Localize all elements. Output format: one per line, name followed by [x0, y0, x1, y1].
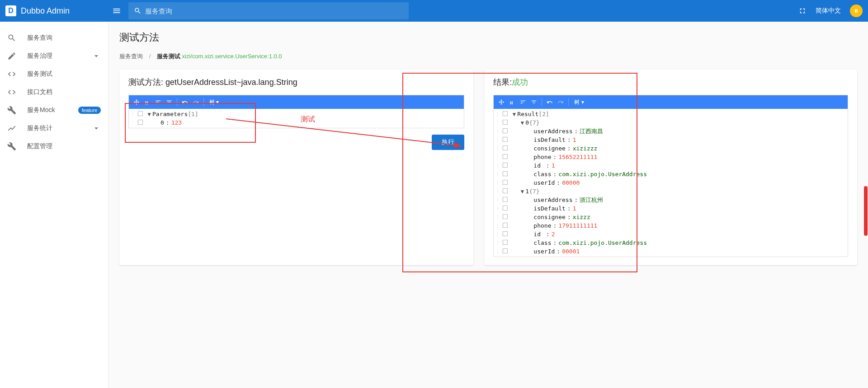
- checkbox[interactable]: [503, 205, 509, 212]
- tree-row[interactable]: ⋮⋮consignee:xizizzz: [494, 144, 848, 153]
- checkbox[interactable]: [503, 248, 509, 255]
- drag-handle-icon[interactable]: ⋮⋮: [495, 206, 501, 211]
- page-title: 测试方法: [119, 31, 857, 44]
- tree-row[interactable]: ⋮⋮id :2: [494, 230, 848, 238]
- tree-row[interactable]: ⋮⋮consignee:xizzz: [494, 213, 848, 221]
- avatar[interactable]: [850, 5, 863, 17]
- sidebar-item-5[interactable]: 服务统计: [0, 119, 108, 137]
- checkbox[interactable]: [503, 179, 509, 186]
- checkbox[interactable]: [503, 145, 509, 152]
- checkbox[interactable]: [503, 136, 509, 143]
- language-selector[interactable]: 简体中文: [816, 7, 841, 15]
- tree-row[interactable]: ⋮⋮phone:17911111111: [494, 221, 848, 230]
- tree-value: {7}: [529, 119, 539, 126]
- collapse-all-icon[interactable]: [142, 97, 152, 107]
- drag-handle-icon[interactable]: ⋮⋮: [495, 112, 501, 117]
- sidebar-item-6[interactable]: 配置管理: [0, 137, 108, 155]
- topbar-right: 简体中文: [798, 5, 863, 17]
- params-editor: 树 ▾ ⋮⋮▼Parameters [1]⋮⋮0:123: [128, 95, 464, 128]
- scrollbar-thumb[interactable]: [864, 186, 868, 236]
- tree-row[interactable]: ⋮⋮userId:00000: [494, 178, 848, 187]
- sidebar-item-1[interactable]: 服务治理: [0, 47, 108, 65]
- sidebar-item-2[interactable]: 服务测试: [0, 65, 108, 83]
- checkbox[interactable]: [503, 188, 509, 195]
- tree-row[interactable]: ⋮⋮isDefault:1: [494, 136, 848, 144]
- collapse-all-icon[interactable]: [507, 97, 517, 107]
- tree-key: class: [533, 239, 551, 246]
- tree-row[interactable]: ⋮⋮userId:00001: [494, 247, 848, 256]
- tree-row[interactable]: ⋮⋮class:com.xizi.pojo.UserAddress: [494, 170, 848, 178]
- expand-all-icon[interactable]: [496, 97, 506, 107]
- tree-row[interactable]: ⋮⋮▼0 {7}: [494, 118, 848, 127]
- sort-icon[interactable]: [153, 97, 163, 107]
- caret-icon[interactable]: ▼: [146, 111, 152, 117]
- checkbox[interactable]: [138, 119, 144, 126]
- filter-icon[interactable]: [529, 97, 539, 107]
- drag-handle-icon[interactable]: ⋮⋮: [495, 137, 501, 142]
- tree-row[interactable]: ⋮⋮id :1: [494, 161, 848, 170]
- checkbox[interactable]: [503, 214, 509, 220]
- menu-toggle-icon[interactable]: [108, 3, 125, 19]
- undo-icon[interactable]: [545, 97, 555, 107]
- tree-row[interactable]: ⋮⋮0:123: [129, 118, 464, 127]
- expand-all-icon[interactable]: [132, 97, 142, 107]
- search-box[interactable]: [128, 2, 409, 19]
- drag-handle-icon[interactable]: ⋮⋮: [495, 189, 501, 194]
- caret-icon[interactable]: ▼: [519, 120, 525, 126]
- checkbox[interactable]: [503, 222, 509, 229]
- sidebar-item-3[interactable]: 接口文档: [0, 83, 108, 101]
- drag-handle-icon[interactable]: ⋮⋮: [495, 146, 501, 151]
- tree-row[interactable]: ⋮⋮▼Parameters [1]: [129, 110, 464, 118]
- drag-handle-icon[interactable]: ⋮⋮: [495, 240, 501, 245]
- drag-handle-icon[interactable]: ⋮⋮: [495, 172, 501, 177]
- drag-handle-icon[interactable]: ⋮⋮: [495, 180, 501, 185]
- execute-button[interactable]: 执行: [432, 135, 464, 150]
- checkbox[interactable]: [503, 128, 509, 135]
- tree-row[interactable]: ⋮⋮▼Result [2]: [494, 110, 848, 118]
- mode-selector[interactable]: 树 ▾: [209, 98, 219, 106]
- tree-key: class: [533, 171, 551, 178]
- caret-icon[interactable]: ▼: [519, 188, 525, 195]
- tree-row[interactable]: ⋮⋮userAddress:浙江杭州: [494, 196, 848, 204]
- breadcrumb-root[interactable]: 服务查询: [119, 53, 143, 60]
- fullscreen-icon[interactable]: [798, 7, 807, 15]
- drag-handle-icon[interactable]: ⋮⋮: [495, 249, 501, 254]
- breadcrumb-service[interactable]: xizi/com.xizi.service.UserService:1.0.0: [182, 53, 282, 60]
- tree-row[interactable]: ⋮⋮isDefault:1: [494, 204, 848, 213]
- tree-row[interactable]: ⋮⋮phone:15652211111: [494, 153, 848, 161]
- drag-handle-icon[interactable]: ⋮⋮: [131, 120, 136, 125]
- undo-icon[interactable]: [180, 97, 190, 107]
- tree-value: com.xizi.pojo.UserAddress: [558, 239, 647, 246]
- checkbox[interactable]: [503, 111, 509, 117]
- tree-row[interactable]: ⋮⋮class:com.xizi.pojo.UserAddress: [494, 238, 848, 247]
- drag-handle-icon[interactable]: ⋮⋮: [495, 120, 501, 125]
- checkbox[interactable]: [503, 162, 509, 169]
- sidebar-item-4[interactable]: 服务Mockfeature: [0, 101, 108, 119]
- drag-handle-icon[interactable]: ⋮⋮: [131, 112, 136, 117]
- checkbox[interactable]: [138, 111, 144, 117]
- sort-icon[interactable]: [518, 97, 528, 107]
- checkbox[interactable]: [503, 196, 509, 203]
- checkbox[interactable]: [503, 231, 509, 238]
- drag-handle-icon[interactable]: ⋮⋮: [495, 215, 501, 220]
- drag-handle-icon[interactable]: ⋮⋮: [495, 223, 501, 228]
- checkbox[interactable]: [503, 171, 509, 178]
- tree-row[interactable]: ⋮⋮▼1 {7}: [494, 187, 848, 196]
- drag-handle-icon[interactable]: ⋮⋮: [495, 163, 501, 168]
- drag-handle-icon[interactable]: ⋮⋮: [495, 154, 501, 159]
- tree-row[interactable]: ⋮⋮userAddress:江西南昌: [494, 127, 848, 136]
- checkbox[interactable]: [503, 119, 509, 126]
- drag-handle-icon[interactable]: ⋮⋮: [495, 232, 501, 237]
- mode-selector[interactable]: 树 ▾: [574, 98, 584, 106]
- tree-value: xizizzz: [573, 145, 598, 152]
- checkbox[interactable]: [503, 239, 509, 246]
- sidebar-item-0[interactable]: 服务查询: [0, 29, 108, 47]
- caret-icon[interactable]: ▼: [511, 111, 517, 117]
- search-input[interactable]: [145, 7, 403, 15]
- result-toolbar: 树 ▾: [494, 95, 848, 109]
- drag-handle-icon[interactable]: ⋮⋮: [495, 197, 501, 202]
- checkbox[interactable]: [503, 154, 509, 160]
- filter-icon[interactable]: [164, 97, 174, 107]
- tree-value: 123: [171, 119, 182, 126]
- drag-handle-icon[interactable]: ⋮⋮: [495, 129, 501, 134]
